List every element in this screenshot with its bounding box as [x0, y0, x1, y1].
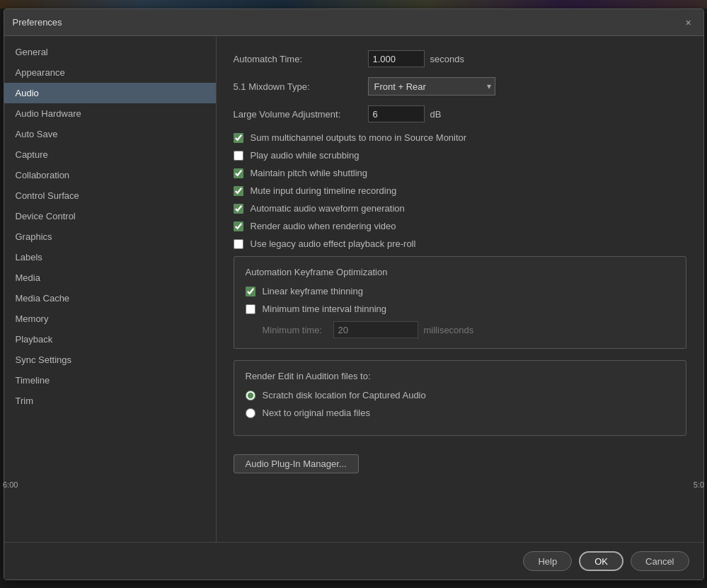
- automatch-row: Automatch Time: seconds: [234, 50, 686, 67]
- sidebar-item-memory[interactable]: Memory: [4, 309, 216, 329]
- sidebar-item-device-control[interactable]: Device Control: [4, 206, 216, 226]
- checkbox-list: Sum multichannel outputs to mono in Sour…: [234, 132, 686, 249]
- volume-unit: dB: [430, 109, 442, 120]
- sidebar-item-auto-save[interactable]: Auto Save: [4, 124, 216, 144]
- timeline-left: 6:00: [3, 480, 18, 489]
- automatch-label: Automatch Time:: [234, 54, 368, 64]
- radio-row: Next to original media files: [246, 408, 674, 418]
- keyframe-group: Automation Keyframe Optimization Linear …: [234, 256, 686, 349]
- checkbox-label: Play audio while scrubbing: [251, 150, 360, 161]
- min-time-unit: milliseconds: [424, 325, 474, 335]
- automatch-unit: seconds: [430, 54, 464, 64]
- sidebar-item-capture[interactable]: Capture: [4, 144, 216, 165]
- plugin-manager-button[interactable]: Audio Plug-In Manager...: [234, 454, 359, 473]
- checkbox-row: Automatic audio waveform generation: [234, 203, 686, 214]
- keyframe-checkbox-label: Linear keyframe thinning: [263, 286, 363, 296]
- checkbox-input[interactable]: [234, 133, 243, 143]
- sidebar-item-media[interactable]: Media: [4, 267, 216, 288]
- mixdown-row: 5.1 Mixdown Type: Front + RearFrontRearS…: [234, 77, 686, 96]
- checkbox-label: Mute input during timeline recording: [251, 185, 397, 196]
- footer: Help OK Cancel: [4, 542, 703, 580]
- content-area: GeneralAppearanceAudioAudio HardwareAuto…: [4, 36, 703, 542]
- radio-label: Next to original media files: [263, 408, 370, 418]
- close-button[interactable]: ×: [682, 16, 695, 29]
- mixdown-label: 5.1 Mixdown Type:: [234, 81, 368, 92]
- ok-button[interactable]: OK: [579, 551, 623, 571]
- keyframe-checkbox-input[interactable]: [246, 304, 255, 314]
- radio-row: Scratch disk location for Captured Audio: [246, 390, 674, 400]
- checkbox-input[interactable]: [234, 168, 243, 178]
- mixdown-select-wrapper[interactable]: Front + RearFrontRearStereoMono: [368, 77, 495, 96]
- checkbox-row: Use legacy audio effect playback pre-rol…: [234, 238, 686, 249]
- timeline-right: 5:0: [694, 480, 704, 489]
- sidebar-item-control-surface[interactable]: Control Surface: [4, 185, 216, 206]
- sidebar-item-timeline[interactable]: Timeline: [4, 370, 216, 391]
- volume-row: Large Volume Adjustment: dB: [234, 105, 686, 122]
- checkbox-row: Play audio while scrubbing: [234, 150, 686, 161]
- dialog-title: Preferences: [13, 17, 62, 28]
- radio-label: Scratch disk location for Captured Audio: [263, 390, 426, 400]
- sidebar-item-playback[interactable]: Playback: [4, 329, 216, 350]
- volume-input[interactable]: [368, 105, 425, 122]
- checkbox-input[interactable]: [234, 151, 243, 161]
- sidebar-item-sync-settings[interactable]: Sync Settings: [4, 350, 216, 370]
- volume-label: Large Volume Adjustment:: [234, 109, 368, 120]
- checkbox-label: Maintain pitch while shuttling: [251, 168, 367, 178]
- preferences-dialog: Preferences × GeneralAppearanceAudioAudi…: [4, 8, 704, 580]
- sidebar-item-audio-hardware[interactable]: Audio Hardware: [4, 103, 216, 124]
- min-time-row: Minimum time: milliseconds: [246, 321, 674, 338]
- sidebar-item-audio[interactable]: Audio: [4, 83, 216, 103]
- keyframe-checkboxes: Linear keyframe thinningMinimum time int…: [246, 286, 674, 314]
- checkbox-label: Use legacy audio effect playback pre-rol…: [251, 238, 416, 249]
- keyframe-group-title: Automation Keyframe Optimization: [246, 267, 674, 277]
- sidebar-item-graphics[interactable]: Graphics: [4, 226, 216, 247]
- min-time-input[interactable]: [333, 321, 418, 338]
- sidebar: GeneralAppearanceAudioAudio HardwareAuto…: [4, 36, 217, 542]
- radio-list: Scratch disk location for Captured Audio…: [246, 390, 674, 418]
- automatch-input[interactable]: [368, 50, 425, 67]
- checkbox-row: Mute input during timeline recording: [234, 185, 686, 196]
- sidebar-item-general[interactable]: General: [4, 42, 216, 62]
- sidebar-item-labels[interactable]: Labels: [4, 247, 216, 267]
- dialog-overlay: Preferences × GeneralAppearanceAudioAudi…: [0, 0, 707, 588]
- keyframe-checkbox-label: Minimum time interval thinning: [263, 304, 387, 314]
- checkbox-input[interactable]: [234, 239, 243, 249]
- radio-input[interactable]: [246, 408, 255, 418]
- min-time-label: Minimum time:: [263, 325, 333, 335]
- keyframe-checkbox-row: Linear keyframe thinning: [246, 286, 674, 296]
- help-button[interactable]: Help: [523, 551, 572, 571]
- keyframe-checkbox-row: Minimum time interval thinning: [246, 304, 674, 314]
- checkbox-label: Automatic audio waveform generation: [251, 203, 405, 214]
- mixdown-select[interactable]: Front + RearFrontRearStereoMono: [368, 77, 495, 96]
- checkbox-row: Maintain pitch while shuttling: [234, 168, 686, 178]
- checkbox-input[interactable]: [234, 221, 243, 231]
- render-group-title: Render Edit in Audition files to:: [246, 371, 674, 381]
- checkbox-input[interactable]: [234, 186, 243, 196]
- checkbox-label: Render audio when rendering video: [251, 221, 396, 231]
- sidebar-item-media-cache[interactable]: Media Cache: [4, 288, 216, 309]
- checkbox-label: Sum multichannel outputs to mono in Sour…: [251, 132, 467, 143]
- radio-input[interactable]: [246, 391, 255, 400]
- checkbox-row: Sum multichannel outputs to mono in Sour…: [234, 132, 686, 143]
- main-panel: Automatch Time: seconds 5.1 Mixdown Type…: [217, 36, 703, 542]
- sidebar-item-collaboration[interactable]: Collaboration: [4, 165, 216, 185]
- sidebar-item-appearance[interactable]: Appearance: [4, 62, 216, 83]
- render-group: Render Edit in Audition files to: Scratc…: [234, 360, 686, 436]
- checkbox-row: Render audio when rendering video: [234, 221, 686, 231]
- sidebar-item-trim[interactable]: Trim: [4, 391, 216, 411]
- cancel-button[interactable]: Cancel: [631, 551, 689, 571]
- title-bar: Preferences ×: [4, 9, 703, 36]
- checkbox-input[interactable]: [234, 204, 243, 214]
- keyframe-checkbox-input[interactable]: [246, 287, 255, 296]
